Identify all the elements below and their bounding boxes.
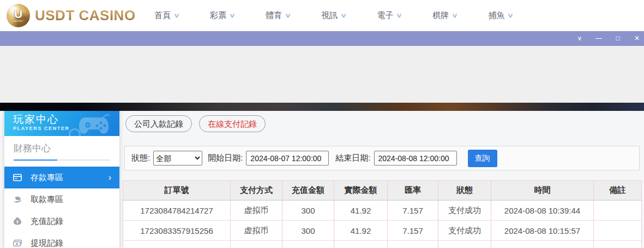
cell-payment-method: 虚拟币 [231, 221, 282, 241]
col-order-number: 訂單號 [123, 181, 231, 200]
search-button[interactable]: 查詢 [468, 150, 497, 167]
table-row: 1723084784214727 虚拟币 300 41.92 7.157 支付成… [123, 200, 642, 221]
cell-exchange-rate [388, 241, 438, 248]
soccer-ball-logo-icon: U CASINO [7, 4, 30, 27]
cell-order-number: 1723084784214727 [123, 200, 231, 221]
brand-name: USDT CASINO [35, 7, 136, 24]
gamepad-icon [75, 112, 115, 136]
cell-payment-method [231, 241, 282, 248]
content-area: 玩家中心 PLAYERS CENTER 財務中心 [0, 111, 644, 248]
cell-time: 2024-08-08 10:15:57 [491, 221, 594, 241]
sidebar-item-deposit[interactable]: 存款專區 › [4, 167, 119, 188]
table-row [123, 241, 642, 248]
nav-item-lottery[interactable]: 彩票 ∨ [210, 10, 234, 21]
player-center-sidebar: 玩家中心 PLAYERS CENTER 財務中心 [4, 111, 119, 248]
records-panel: 公司入款記錄 在線支付記錄 狀態: 全部 開始日期: 結束日期: 查詢 [123, 111, 644, 248]
chevron-down-icon: ∨ [452, 12, 458, 19]
col-exchange-rate: 匯率 [388, 181, 438, 200]
sidebar-header: 玩家中心 PLAYERS CENTER [4, 111, 119, 136]
chevron-down-icon: ∨ [229, 12, 236, 19]
sidebar-item-cashout-records[interactable]: 提現記錄 [4, 232, 119, 248]
brand-logo[interactable]: U CASINO USDT CASINO [7, 4, 136, 27]
sidebar-item-recharge-records[interactable]: 充值記錄 [4, 210, 119, 232]
recharge-bag-icon [13, 216, 22, 226]
withdraw-hand-icon [13, 194, 22, 204]
main-nav: 首頁 ∨ 彩票 ∨ 體育 ∨ 視訊 ∨ 電子 ∨ 棋牌 ∨ [154, 0, 513, 31]
col-time: 時間 [491, 181, 594, 200]
cell-remarks [594, 200, 642, 221]
casino-page: U CASINO USDT CASINO 首頁 ∨ 彩票 ∨ 體育 ∨ 視訊 ∨ [0, 0, 644, 248]
cell-status: 支付成功 [438, 200, 491, 221]
status-select[interactable]: 全部 [153, 151, 202, 166]
window-title-bar: ∨ — □ ✕ [0, 31, 644, 46]
logo-letter: U [14, 9, 22, 20]
nav-item-home[interactable]: 首頁 ∨ [154, 10, 179, 21]
sidebar-item-label: 充值記錄 [31, 216, 63, 227]
chevron-down-icon: ∨ [396, 12, 402, 19]
cashout-notes-icon [13, 238, 22, 248]
top-header: U CASINO USDT CASINO 首頁 ∨ 彩票 ∨ 體育 ∨ 視訊 ∨ [0, 0, 644, 31]
cell-actual-amount: 41.92 [334, 200, 388, 221]
chevron-down-icon: ∨ [507, 12, 514, 19]
col-recharge-amount: 充值金額 [282, 181, 334, 200]
cell-recharge-amount [282, 241, 334, 248]
cell-actual-amount: 41.92 [334, 221, 388, 241]
cell-recharge-amount: 300 [282, 221, 334, 241]
cell-actual-amount [334, 241, 388, 248]
cell-remarks [594, 221, 642, 241]
cell-time: 2024-08-08 10:39:44 [491, 200, 594, 221]
logo-small-text: CASINO [13, 20, 23, 22]
tab-company-deposit-records[interactable]: 公司入款記錄 [125, 115, 192, 132]
sidebar-item-withdraw[interactable]: 取款專區 [4, 188, 119, 210]
chevron-down-icon: ∨ [340, 12, 347, 19]
minimize-icon[interactable]: — [595, 31, 603, 46]
section-divider [14, 160, 110, 161]
filter-bar: 狀態: 全部 開始日期: 結束日期: 查詢 [124, 146, 640, 170]
col-payment-method: 支付方式 [231, 181, 282, 200]
cell-time [491, 241, 594, 248]
cell-exchange-rate: 7.157 [388, 221, 438, 241]
nav-item-sports[interactable]: 體育 ∨ [266, 10, 290, 21]
end-date-label: 結束日期: [335, 153, 370, 163]
payment-records-table: 訂單號 支付方式 充值金額 實際金額 匯率 狀態 時間 備註 172308478… [123, 180, 642, 248]
tab-online-payment-records[interactable]: 在線支付記錄 [199, 115, 266, 132]
maximize-icon[interactable]: □ [614, 31, 622, 46]
cell-remarks [594, 241, 642, 248]
chevron-down-icon: ∨ [285, 12, 291, 19]
record-tabs: 公司入款記錄 在線支付記錄 [125, 115, 266, 132]
status-label: 狀態: [131, 153, 150, 163]
nav-item-slots[interactable]: 電子 ∨ [377, 10, 401, 21]
cell-payment-method: 虚拟币 [231, 200, 282, 221]
cell-status [438, 241, 491, 248]
cell-order-number [123, 241, 231, 248]
col-remarks: 備註 [594, 181, 642, 200]
col-status: 狀態 [438, 181, 491, 200]
cell-order-number: 1723083357915256 [123, 221, 231, 241]
sidebar-item-label: 存款專區 [31, 173, 63, 183]
cell-recharge-amount: 300 [282, 200, 334, 221]
nav-item-cards[interactable]: 棋牌 ∨ [432, 10, 457, 21]
cell-status: 支付成功 [438, 221, 491, 241]
finance-section-title: 財務中心 [4, 136, 119, 155]
chevron-right-icon: › [109, 173, 111, 182]
empty-banner-area [0, 46, 644, 103]
cell-exchange-rate: 7.157 [388, 200, 438, 221]
end-date-input[interactable] [374, 151, 457, 166]
start-date-input[interactable] [246, 151, 329, 166]
nav-item-video[interactable]: 視訊 ∨ [321, 10, 346, 21]
dropdown-icon[interactable]: ∨ [576, 31, 583, 46]
sidebar-item-label: 取款專區 [31, 194, 63, 205]
chevron-down-icon: ∨ [173, 12, 180, 19]
deposit-card-icon [13, 173, 22, 182]
table-header-row: 訂單號 支付方式 充值金額 實際金額 匯率 狀態 時間 備註 [123, 181, 642, 200]
start-date-label: 開始日期: [208, 153, 243, 163]
nav-item-fishing[interactable]: 捕魚 ∨ [488, 10, 513, 21]
sidebar-item-label: 提現記錄 [31, 238, 63, 248]
table-row: 1723083357915256 虚拟币 300 41.92 7.157 支付成… [123, 221, 642, 241]
col-actual-amount: 實際金額 [334, 181, 388, 200]
close-icon[interactable]: ✕ [633, 31, 641, 46]
banner-image-sliver [0, 103, 644, 111]
